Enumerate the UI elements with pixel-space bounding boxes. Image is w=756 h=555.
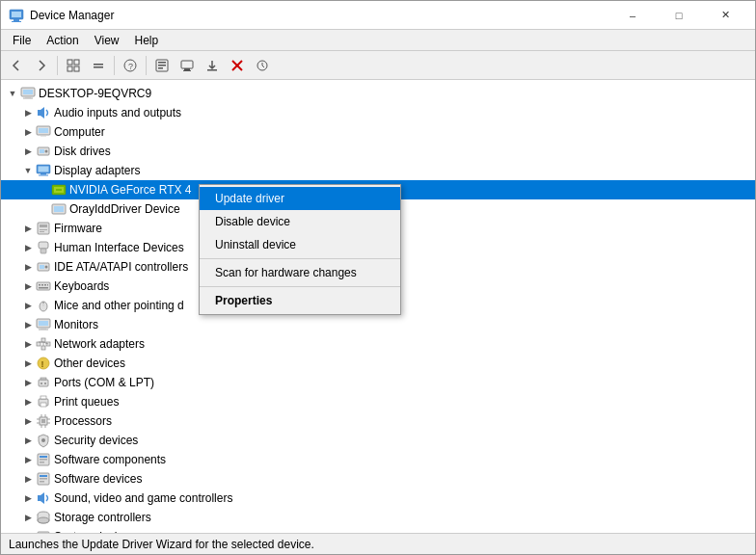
computer-expand[interactable]: ▶ bbox=[20, 124, 36, 140]
tree-item-display[interactable]: ▼ Display adapters bbox=[1, 161, 755, 180]
tree-item-print[interactable]: ▶ Print queues bbox=[1, 392, 755, 411]
display-expand[interactable]: ▼ bbox=[20, 163, 36, 178]
network-label: Network adapters bbox=[54, 337, 145, 351]
svg-rect-71 bbox=[41, 346, 45, 350]
ctx-update-driver[interactable]: Update driver bbox=[200, 187, 400, 210]
monitors-expand[interactable]: ▶ bbox=[20, 317, 36, 332]
status-text: Launches the Update Driver Wizard for th… bbox=[9, 538, 314, 551]
ctx-uninstall-device[interactable]: Uninstall device bbox=[200, 233, 400, 256]
audio-icon bbox=[36, 105, 51, 120]
mice-expand[interactable]: ▶ bbox=[20, 298, 36, 313]
collapse-all-button[interactable] bbox=[87, 54, 110, 77]
keyboard-expand[interactable]: ▶ bbox=[20, 278, 36, 294]
ctx-sep-2 bbox=[200, 286, 400, 287]
svg-rect-74 bbox=[39, 380, 48, 386]
svg-rect-32 bbox=[40, 149, 44, 153]
svg-rect-99 bbox=[40, 481, 44, 483]
svg-rect-9 bbox=[94, 66, 103, 68]
svg-rect-79 bbox=[40, 396, 46, 399]
tree-item-storage[interactable]: ▶ Storage controllers bbox=[1, 508, 755, 527]
remove-button[interactable] bbox=[226, 54, 249, 77]
ports-expand[interactable]: ▶ bbox=[20, 375, 36, 390]
mice-icon bbox=[36, 298, 51, 313]
hid-expand[interactable]: ▶ bbox=[20, 240, 36, 255]
ports-icon bbox=[36, 375, 51, 390]
monitors-label: Monitors bbox=[54, 318, 98, 331]
tree-item-system[interactable]: ▶ System devices bbox=[1, 527, 755, 533]
tree-item-swdev[interactable]: ▶ Software devices bbox=[1, 469, 755, 489]
display-button[interactable] bbox=[176, 54, 199, 77]
menu-file[interactable]: File bbox=[5, 32, 39, 49]
properties-button[interactable] bbox=[150, 54, 174, 77]
print-expand[interactable]: ▶ bbox=[20, 394, 36, 410]
ctx-properties[interactable]: Properties bbox=[200, 289, 400, 312]
hid-icon bbox=[36, 240, 51, 255]
swcomp-expand[interactable]: ▶ bbox=[20, 452, 36, 467]
security-label: Security devices bbox=[54, 434, 138, 447]
ctx-scan-changes[interactable]: Scan for hardware changes bbox=[200, 261, 400, 284]
ctx-sep-1 bbox=[200, 258, 400, 259]
forward-button[interactable] bbox=[30, 54, 53, 77]
tree-root[interactable]: ▼ DESKTOP-9EQVRC9 bbox=[1, 84, 755, 103]
tree-item-other[interactable]: ▶ ! Other devices bbox=[1, 354, 755, 373]
svg-rect-47 bbox=[39, 242, 48, 249]
svg-text:?: ? bbox=[128, 62, 133, 71]
tree-item-sound[interactable]: ▶ Sound, video and game controllers bbox=[1, 489, 755, 508]
disk-expand[interactable]: ▶ bbox=[20, 144, 36, 159]
root-expand[interactable]: ▼ bbox=[5, 86, 20, 101]
tree-item-audio[interactable]: ▶ Audio inputs and outputs bbox=[1, 103, 755, 122]
computer-icon bbox=[20, 86, 36, 101]
svg-rect-13 bbox=[158, 62, 166, 64]
disk-icon bbox=[36, 144, 51, 159]
system-icon bbox=[36, 529, 51, 533]
maximize-button[interactable]: □ bbox=[657, 1, 701, 30]
network-expand[interactable]: ▶ bbox=[20, 336, 36, 352]
tree-item-ports[interactable]: ▶ Ports (COM & LPT) bbox=[1, 373, 755, 392]
tree-item-swcomp[interactable]: ▶ Software components bbox=[1, 450, 755, 469]
menu-view[interactable]: View bbox=[87, 32, 127, 49]
menu-action[interactable]: Action bbox=[39, 32, 86, 49]
tree-item-network[interactable]: ▶ Network adapters bbox=[1, 334, 755, 354]
svg-rect-15 bbox=[158, 67, 163, 69]
back-button[interactable] bbox=[5, 54, 28, 77]
firmware-expand[interactable]: ▶ bbox=[20, 221, 36, 236]
svg-rect-75 bbox=[40, 378, 46, 380]
hid-label: Human Interface Devices bbox=[54, 241, 184, 254]
audio-label: Audio inputs and outputs bbox=[54, 106, 181, 119]
firmware-icon bbox=[36, 221, 51, 236]
toolbar-sep-2 bbox=[114, 56, 115, 75]
tree-item-security[interactable]: ▶ Security devices bbox=[1, 431, 755, 450]
svg-rect-97 bbox=[40, 475, 47, 477]
close-button[interactable]: ✕ bbox=[703, 1, 747, 30]
ctx-disable-device[interactable]: Disable device bbox=[200, 210, 400, 233]
security-expand[interactable]: ▶ bbox=[20, 433, 36, 448]
help-button[interactable]: ? bbox=[119, 54, 142, 77]
svg-rect-54 bbox=[41, 284, 43, 286]
menu-help[interactable]: Help bbox=[127, 32, 167, 49]
sound-expand[interactable]: ▶ bbox=[20, 490, 36, 506]
tree-item-disk[interactable]: ▶ Disk drives bbox=[1, 142, 755, 161]
other-expand[interactable]: ▶ bbox=[20, 356, 36, 371]
tree-item-computer[interactable]: ▶ Computer bbox=[1, 122, 755, 142]
svg-point-102 bbox=[38, 517, 49, 523]
svg-rect-24 bbox=[23, 90, 33, 94]
swdev-expand[interactable]: ▶ bbox=[20, 471, 36, 487]
computer-item-icon bbox=[36, 124, 51, 140]
ide-expand[interactable]: ▶ bbox=[20, 259, 36, 275]
audio-expand[interactable]: ▶ bbox=[20, 105, 36, 120]
expand-all-button[interactable] bbox=[62, 54, 85, 77]
storage-expand[interactable]: ▶ bbox=[20, 510, 36, 525]
update-driver-button[interactable] bbox=[201, 54, 224, 77]
print-icon bbox=[36, 394, 51, 410]
tree-item-processors[interactable]: ▶ Processors bbox=[1, 411, 755, 431]
minimize-button[interactable]: – bbox=[610, 1, 655, 30]
system-expand[interactable]: ▶ bbox=[20, 529, 36, 533]
svg-rect-52 bbox=[37, 282, 50, 290]
firmware-label: Firmware bbox=[54, 222, 102, 235]
processors-expand[interactable]: ▶ bbox=[20, 413, 36, 429]
scan-button[interactable] bbox=[251, 54, 274, 77]
svg-rect-98 bbox=[40, 478, 47, 480]
tree-item-monitors[interactable]: ▶ Monitors bbox=[1, 315, 755, 334]
oray-label: OrayIddDriver Device bbox=[69, 202, 180, 216]
svg-rect-30 bbox=[40, 135, 46, 137]
